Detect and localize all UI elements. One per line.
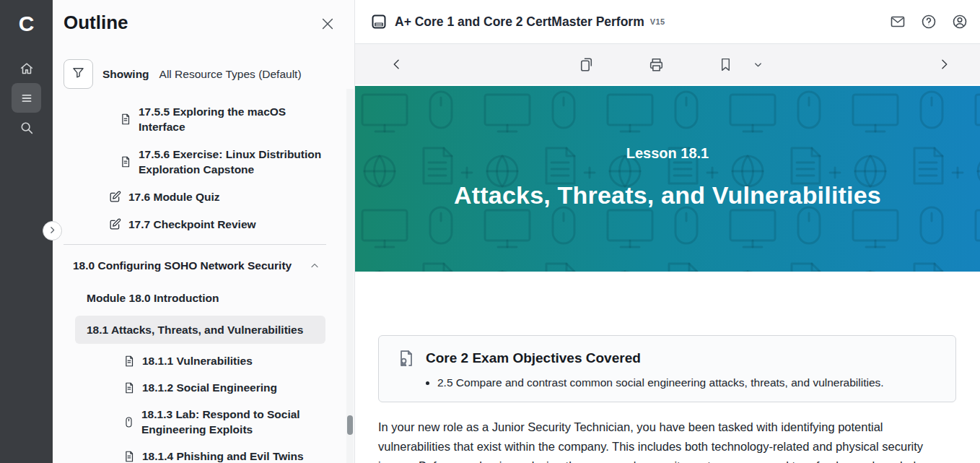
outline-item-label: 18.1.4 Phishing and Evil Twins bbox=[142, 449, 304, 463]
filter-current-value: All Resource Types (Default) bbox=[159, 68, 302, 81]
outline-item-label: 17.6 Module Quiz bbox=[128, 189, 220, 204]
outline-list: 17.5.5 Exploring the macOS Interface 17.… bbox=[53, 89, 344, 463]
course-title: A+ Core 1 and Core 2 CertMaster Perform bbox=[395, 14, 644, 30]
exam-objectives-list: 2.5 Compare and contrast common social e… bbox=[437, 375, 938, 391]
certificate-icon bbox=[396, 348, 416, 368]
outline-list-icon bbox=[19, 90, 35, 106]
app-window: C Outline bbox=[0, 0, 980, 463]
toolbar-center-actions bbox=[404, 56, 937, 74]
outline-panel: Outline Showing All Resource Types (Defa… bbox=[53, 0, 355, 463]
outline-item-17-7[interactable]: 17.7 Checkpoint Review bbox=[53, 217, 344, 232]
filter-button[interactable] bbox=[64, 59, 93, 89]
document-icon bbox=[123, 381, 136, 394]
outline-item-18-1-4[interactable]: 18.1.4 Phishing and Evil Twins bbox=[53, 449, 344, 463]
outline-item-label: 18.1.1 Vulnerabilities bbox=[142, 353, 253, 368]
document-icon bbox=[123, 355, 136, 368]
outline-item-17-5-6[interactable]: 17.5.6 Exercise: Linux Distribution Expl… bbox=[53, 147, 344, 177]
outline-item-18-1-3[interactable]: 18.1.3 Lab: Respond to Social Engineerin… bbox=[53, 407, 344, 437]
outline-item-label: 17.5.5 Exploring the macOS Interface bbox=[139, 104, 319, 134]
messages-button[interactable] bbox=[889, 13, 906, 30]
help-icon bbox=[920, 13, 937, 30]
lesson-toolbar bbox=[355, 44, 980, 85]
outline-item-label: 17.7 Checkpoint Review bbox=[128, 217, 256, 232]
print-button[interactable] bbox=[647, 56, 665, 74]
outline-item-18-1-2[interactable]: 18.1.2 Social Engineering bbox=[53, 380, 344, 395]
print-icon bbox=[647, 56, 665, 74]
home-icon bbox=[19, 61, 35, 77]
document-icon bbox=[119, 113, 132, 126]
copy-button[interactable] bbox=[577, 56, 595, 74]
panel-collapse-handle[interactable] bbox=[43, 221, 62, 241]
user-account-icon bbox=[951, 13, 968, 30]
copy-icon bbox=[577, 56, 595, 74]
close-icon bbox=[320, 22, 336, 34]
rail-search-button[interactable] bbox=[12, 113, 41, 142]
resource-filter-row: Showing All Resource Types (Default) bbox=[64, 59, 302, 89]
rail-home-button[interactable] bbox=[12, 53, 41, 83]
comptia-logo[interactable]: C bbox=[10, 7, 43, 40]
outline-item-label: 17.5.6 Exercise: Linux Distribution Expl… bbox=[139, 147, 335, 177]
course-header: A+ Core 1 and Core 2 CertMaster Perform … bbox=[355, 0, 980, 44]
help-button[interactable] bbox=[920, 13, 937, 30]
outline-item-17-5-5[interactable]: 17.5.5 Exploring the macOS Interface bbox=[53, 104, 344, 134]
document-icon bbox=[119, 155, 132, 168]
outline-section-18-0[interactable]: 18.0 Configuring SOHO Network Security bbox=[53, 259, 344, 272]
header-actions bbox=[889, 13, 968, 30]
lab-mouse-icon bbox=[123, 416, 135, 428]
outline-section-label: 18.0 Configuring SOHO Network Security bbox=[73, 259, 292, 272]
outline-item-module-18-0-intro[interactable]: Module 18.0 Introduction bbox=[53, 290, 344, 306]
mail-icon bbox=[889, 13, 906, 30]
outline-item-18-1-selected[interactable]: 18.1 Attacks, Threats, and Vulnerabiliti… bbox=[75, 316, 325, 344]
outline-item-18-1-1[interactable]: 18.1.1 Vulnerabilities bbox=[53, 353, 344, 368]
outline-panel-title: Outline bbox=[64, 12, 128, 34]
chevron-right-icon bbox=[48, 225, 57, 238]
filter-funnel-icon bbox=[71, 65, 86, 83]
lesson-title: Attacks, Threats, and Vulnerabilities bbox=[454, 181, 881, 209]
chevron-left-icon bbox=[390, 57, 404, 72]
bookmark-button[interactable] bbox=[717, 56, 734, 73]
outline-scrollbar-track[interactable] bbox=[346, 89, 354, 463]
outline-item-label: 18.1.2 Social Engineering bbox=[142, 380, 277, 395]
tech-pattern-background bbox=[355, 86, 980, 272]
outline-item-label: Module 18.0 Introduction bbox=[87, 290, 219, 306]
lesson-intro-paragraph: In your new role as a Junior Security Te… bbox=[378, 417, 945, 463]
main-content-area: A+ Core 1 and Core 2 CertMaster Perform … bbox=[355, 0, 980, 463]
next-page-button[interactable] bbox=[937, 57, 951, 72]
previous-page-button[interactable] bbox=[390, 57, 404, 72]
document-icon bbox=[123, 450, 136, 463]
course-book-icon bbox=[370, 13, 388, 30]
bookmark-menu-button[interactable] bbox=[753, 59, 764, 70]
exam-objectives-title: Core 2 Exam Objectives Covered bbox=[426, 350, 641, 366]
chevron-right-icon bbox=[937, 57, 951, 72]
quiz-edit-icon bbox=[108, 217, 122, 231]
bookmark-icon bbox=[717, 56, 734, 73]
lesson-number-label: Lesson 18.1 bbox=[626, 145, 709, 162]
filter-showing-label: Showing bbox=[102, 68, 149, 81]
outline-item-label: 18.1.3 Lab: Respond to Social Engineerin… bbox=[141, 407, 311, 437]
quiz-edit-icon bbox=[108, 190, 122, 204]
exam-objectives-box: Core 2 Exam Objectives Covered 2.5 Compa… bbox=[378, 335, 956, 402]
outline-section-divider bbox=[64, 244, 326, 245]
outline-item-17-6[interactable]: 17.6 Module Quiz bbox=[53, 189, 344, 204]
outline-scrollbar-thumb[interactable] bbox=[347, 415, 353, 435]
outline-item-label: 18.1 Attacks, Threats, and Vulnerabiliti… bbox=[87, 322, 303, 337]
course-version-badge: V15 bbox=[650, 17, 665, 26]
exam-objectives-header: Core 2 Exam Objectives Covered bbox=[396, 348, 938, 368]
chevron-down-icon bbox=[753, 59, 764, 70]
lesson-hero-banner: Lesson 18.1 Attacks, Threats, and Vulner… bbox=[355, 86, 980, 272]
close-outline-button[interactable] bbox=[320, 16, 336, 32]
rail-outline-button[interactable] bbox=[12, 83, 41, 113]
chevron-up-icon bbox=[309, 260, 320, 272]
exam-objective-item: 2.5 Compare and contrast common social e… bbox=[437, 375, 938, 391]
account-button[interactable] bbox=[951, 13, 968, 30]
search-icon bbox=[19, 120, 35, 136]
